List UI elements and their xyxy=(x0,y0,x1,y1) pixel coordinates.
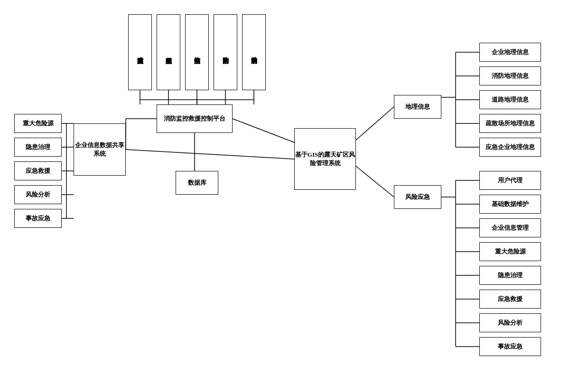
svg-line-16 xyxy=(126,150,294,159)
risk: 风险分析 xyxy=(14,185,62,204)
fire_geo: 消防地理信息 xyxy=(479,66,541,85)
accident: 事故应急 xyxy=(14,209,62,228)
platform: 消防监控救援控制平台 xyxy=(157,104,233,133)
rescue: 应急救援 xyxy=(14,161,62,180)
video: 视频实时监控 xyxy=(157,14,180,90)
datacenter: 数据库 xyxy=(176,171,218,195)
hazard2: 重大危险源 xyxy=(479,242,541,261)
svg-line-19 xyxy=(356,166,394,197)
gas: 气体浓度监控 xyxy=(185,14,209,90)
venue_geo: 疏散场所地理信息 xyxy=(479,114,541,133)
risk2: 风险分析 xyxy=(479,313,541,332)
emergency_geo: 应急企业地理信息 xyxy=(479,138,541,157)
gis_center: 基于GIS的露天矿区风险管理系统 xyxy=(294,128,356,190)
enterprise_info: 企业信息数据共享系统 xyxy=(74,123,126,176)
user_mgmt: 用户代理 xyxy=(479,171,541,190)
manual: 消防手动启动 xyxy=(242,14,266,90)
temp: 温度实时监控 xyxy=(128,14,152,90)
rescue2: 应急救援 xyxy=(479,290,541,309)
diagram: 温度实时监控视频实时监控气体浓度监控消防自动启动消防手动启动消防监控救援控制平台… xyxy=(0,0,588,376)
enterprise_geo: 企业地理信息 xyxy=(479,43,541,62)
hazard: 重大危险源 xyxy=(14,114,62,133)
base_data: 基础数据维护 xyxy=(479,195,541,214)
hidden_mgmt: 隐患治理 xyxy=(479,266,541,285)
svg-line-17 xyxy=(233,119,294,142)
risk_response: 风险应急 xyxy=(394,185,441,209)
geo_info: 地理信息 xyxy=(394,95,441,119)
road_geo: 道路地理信息 xyxy=(479,90,541,109)
svg-line-18 xyxy=(356,107,394,140)
emergency_mgmt: 隐患治理 xyxy=(14,138,62,157)
accident2: 事故应急 xyxy=(479,337,541,356)
ent_info_mgmt: 企业信息管理 xyxy=(479,218,541,237)
auto: 消防自动启动 xyxy=(214,14,237,90)
